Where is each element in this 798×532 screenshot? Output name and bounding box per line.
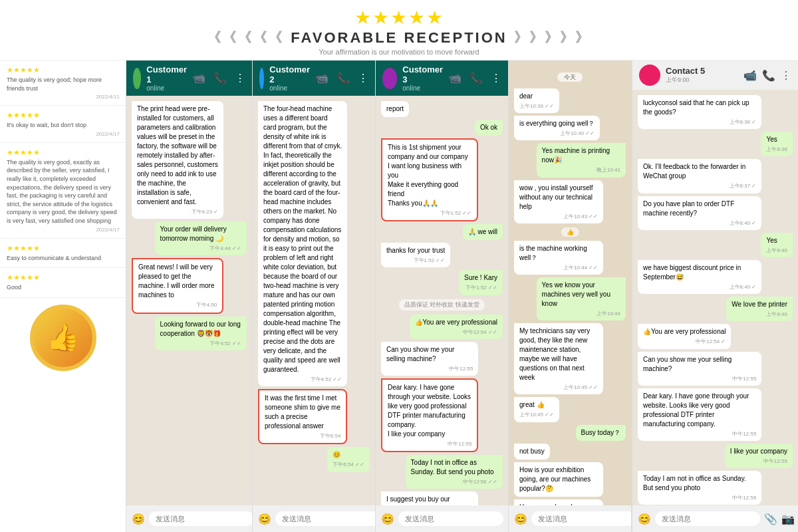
chat-input-4[interactable] <box>531 511 632 526</box>
chat-input-bar-2[interactable]: 😊 📎 📷 🎤 <box>253 505 375 532</box>
chat-message: report <box>381 101 409 117</box>
chat-message: 🙏 we will <box>463 224 503 240</box>
message-time: 下午6:54 <box>265 432 340 440</box>
review-item: ★★★★★ The quality is very good; hope mor… <box>0 61 126 106</box>
avatar-3 <box>382 68 397 89</box>
chat-column-1[interactable]: Customer 1 online 📹 📞 ⋮ The print head w… <box>126 61 253 532</box>
message-time: 上午8:37 ✓ <box>643 182 756 190</box>
chat-input-1[interactable] <box>149 511 253 526</box>
right-input-bar[interactable]: 😊 📎 📷 🎤 <box>632 505 798 532</box>
message-text: Sure ! Kary <box>464 273 497 283</box>
message-text: luckyconsol said that he can pick up the… <box>643 98 756 117</box>
emoji-icon-1[interactable]: 😊 <box>132 513 145 525</box>
chat-message: I like your company中午12:55 <box>725 444 793 468</box>
message-text: 👍You are very professional <box>415 318 497 327</box>
message-time: 上午8:40 <box>766 247 787 254</box>
chat-message: Busy today？ <box>576 425 626 441</box>
chat-input-2[interactable] <box>275 511 376 526</box>
message-text: We love the printer <box>732 300 787 309</box>
emoji-icon-2[interactable]: 😊 <box>258 513 271 525</box>
review-date-2: 2022/4/17 <box>7 227 120 233</box>
emoji-icon-4[interactable]: 😊 <box>514 513 527 525</box>
message-text: Do you have plan to order DTF machine re… <box>643 200 756 218</box>
message-text: Can you show me your selling machine? <box>643 355 756 374</box>
review-item: ★★★★★ The quality is very good, exactly … <box>0 143 126 239</box>
chat-icons-3: 📹 📞 ⋮ <box>448 72 501 84</box>
message-time: 上午10:44 ✓✓ <box>519 264 598 271</box>
message-time: 下午4:52 ✓✓ <box>160 340 241 347</box>
message-time: 上午10:43 ✓✓ <box>519 213 598 220</box>
chat-icons-1: 📹 📞 ⋮ <box>192 72 245 84</box>
message-time: 上午10:40 ✓✓ <box>519 130 595 137</box>
chat-message: thanks for your trust下午1:52 ✓✓ <box>381 243 450 267</box>
system-message: 👍 <box>561 227 579 237</box>
right-chat-input[interactable] <box>655 511 760 526</box>
chat-message: luckyconsol said that he can pick up the… <box>638 95 761 129</box>
contact-status-1: online <box>146 84 187 92</box>
message-text: The print head were pre-installed for cu… <box>137 104 218 207</box>
message-time: 上午8:36 ✓ <box>643 118 756 126</box>
chat-message: is the machine working well？上午10:44 ✓✓ <box>514 241 603 275</box>
emoji-icon-3[interactable]: 😊 <box>381 513 394 525</box>
chat-message: Can you show me your selling machine?中午1… <box>638 352 761 386</box>
call-icon-2[interactable]: 📞 <box>336 72 350 84</box>
review-date-0: 2022/4/11 <box>7 94 120 100</box>
video-icon[interactable]: 📹 <box>192 72 205 84</box>
message-text: I suggest you buy our machines and consu… <box>386 495 473 505</box>
chat-input-3[interactable] <box>398 511 503 526</box>
message-text: Yes <box>766 236 787 245</box>
message-text: Yes we know your machines very well you … <box>542 281 620 309</box>
right-camera-icon[interactable]: 📷 <box>781 513 795 525</box>
right-sidebar[interactable]: Contact 5 上午9:00 📹 📞 ⋮ luckyconsol said … <box>632 61 798 532</box>
right-menu-icon[interactable]: ⋮ <box>781 69 791 82</box>
chat-input-bar-4[interactable]: 😊 📎 📷 🎤 <box>509 505 631 532</box>
video-icon-3[interactable]: 📹 <box>448 72 462 84</box>
message-text: It was the first time I met someone shim… <box>265 394 340 431</box>
call-icon-3[interactable]: 📞 <box>469 72 483 84</box>
thumbs-icon: 👍 <box>30 305 96 371</box>
chat-column-3[interactable]: Customer 3 online 📹 📞 ⋮ reportOk okThis … <box>376 61 509 532</box>
message-text: Looking forward to our long cooperation … <box>160 320 241 338</box>
contact-name-2: Customer 2 <box>269 65 310 84</box>
chat-message: not busy <box>514 444 550 460</box>
message-text: report <box>386 104 404 114</box>
video-icon-2[interactable]: 📹 <box>315 72 329 84</box>
star-rating: ★★★★★ <box>0 7 798 29</box>
message-text: not busy <box>519 447 545 456</box>
message-time: 上午8:40 ✓ <box>643 219 756 227</box>
right-contact-name: Contact 5 <box>666 66 705 76</box>
contact-name-3: Customer 3 <box>402 65 443 84</box>
date-divider: 今天 <box>557 70 583 82</box>
call-icon[interactable]: 📞 <box>213 72 227 84</box>
message-text: we have biggest discount price in Septem… <box>643 263 756 282</box>
right-emoji-icon[interactable]: 😊 <box>638 513 651 525</box>
menu-icon-3[interactable]: ⋮ <box>491 72 501 84</box>
chat-icons-2: 📹 📞 ⋮ <box>315 72 368 84</box>
right-call-icon[interactable]: 📞 <box>762 69 775 82</box>
message-text: I like your company <box>730 447 787 456</box>
right-attach-icon[interactable]: 📎 <box>764 513 777 525</box>
chat-header-3: Customer 3 online 📹 📞 ⋮ <box>376 61 508 96</box>
chat-message: Today I am not in office as Sunday. But … <box>638 471 761 505</box>
review-text-3: Easy to communicate & understand <box>7 254 120 263</box>
chat-message: Ok ok <box>475 120 503 136</box>
message-text: 😊 <box>332 450 364 460</box>
chat-message: wow , you install yourself without any o… <box>514 180 603 223</box>
menu-icon[interactable]: ⋮ <box>235 72 245 84</box>
chat-column-4[interactable]: 今天 dear上午10:39 ✓✓is everything going wel… <box>509 61 632 532</box>
chat-input-bar-1[interactable]: 😊 📎 📷 🎤 <box>126 505 252 532</box>
review-item: ★★★★★ It's okay to wait, but don't stop … <box>0 106 126 143</box>
message-time: 中午12:55 <box>388 440 471 448</box>
message-time: 下午1:52 ✓✓ <box>464 284 497 291</box>
message-time: 中午12:56 <box>643 494 756 501</box>
review-text-4: Good <box>7 283 120 292</box>
review-text-1: It's okay to wait, but don't stop <box>7 121 120 130</box>
right-video-icon[interactable]: 📹 <box>743 69 757 82</box>
chat-column-2[interactable]: Customer 2 online 📹 📞 ⋮ The four-head ma… <box>253 61 376 532</box>
chat-message: Ok. I'll feedback to the forwarder in We… <box>638 159 761 193</box>
chat-input-bar-3[interactable]: 😊 📎 📷 🎤 <box>376 505 508 532</box>
menu-icon-2[interactable]: ⋮ <box>358 72 368 84</box>
message-text: great 👍 <box>519 400 554 410</box>
right-avatar <box>639 65 660 86</box>
chat-panel-4: 今天 dear上午10:39 ✓✓is everything going wel… <box>509 61 631 532</box>
